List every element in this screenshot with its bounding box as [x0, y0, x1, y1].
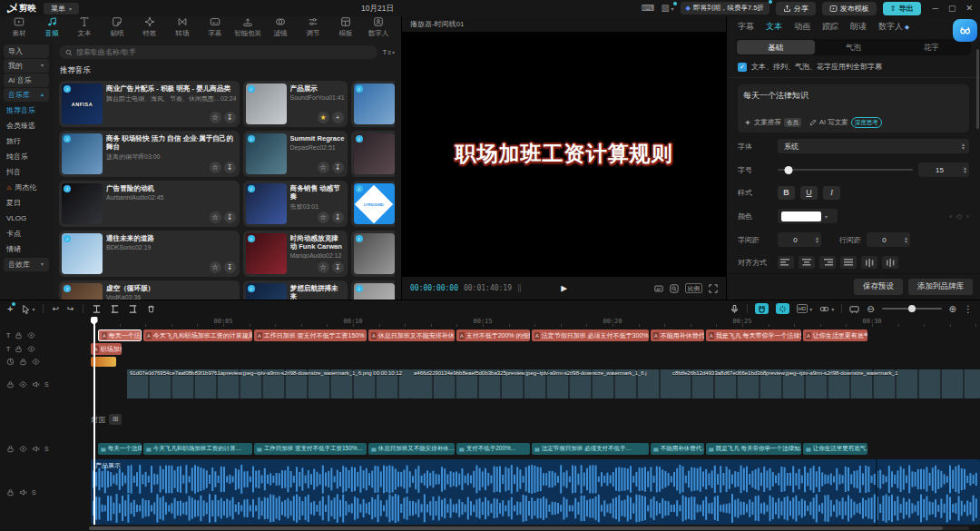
text-clip[interactable]: A我是飞凡 每天带你学一个法律知识 — [706, 329, 801, 341]
text-content-input[interactable]: 每天一个法律知识 文案推荐 会员 AI 写文案 深度思考 — [738, 84, 969, 133]
maximize-button[interactable]: ▢ — [948, 4, 956, 13]
subtab-气泡[interactable]: 气泡 — [815, 40, 893, 54]
music-item[interactable]: ♪企业宣传片明亮轻快 成功励志迷离的钢琴师03:48☆↧ — [351, 81, 395, 127]
inspector-tab-动画[interactable]: 动画 — [794, 21, 810, 33]
download-icon[interactable]: ↧ — [332, 162, 344, 173]
record-voiceover-icon[interactable] — [730, 304, 740, 314]
sidebar-item-情绪[interactable]: 情绪 — [0, 241, 53, 257]
timeline-ruler[interactable]: 00:0500:1000:1500:2000:2500:30 — [89, 317, 980, 328]
favorite-star-icon[interactable]: ★ — [318, 112, 329, 123]
text-clip[interactable]: A每天一个法律 — [98, 329, 142, 341]
lock-icon[interactable] — [15, 345, 23, 353]
media-tab-智能包装[interactable]: 智能包装 — [231, 16, 264, 38]
italic-button[interactable]: I — [823, 186, 840, 200]
sidebar-item-周杰伦[interactable]: ♨周杰伦 — [0, 180, 53, 195]
text-clip[interactable]: A支付不低于200% 的报酬: — [456, 329, 530, 341]
media-tab-调节[interactable]: 调节 — [297, 16, 329, 38]
download-icon[interactable]: ↧ — [224, 261, 236, 273]
sidebar-item-会员臻选[interactable]: 会员臻选 — [0, 118, 53, 133]
menu-button[interactable]: 菜单▾ — [44, 3, 79, 15]
video-clip[interactable]: c8fdfe26b12d4933a8d67e066e1bd3b8preview.… — [670, 369, 980, 398]
eye-icon[interactable] — [19, 380, 27, 388]
sidebar-item-纯音乐[interactable]: 纯音乐 — [0, 149, 53, 164]
inspector-tab-文本[interactable]: 文本 — [766, 21, 782, 33]
letter-spacing-input[interactable]: 0▲▼ — [778, 232, 821, 247]
eye-icon[interactable] — [27, 345, 35, 353]
music-item[interactable]: ♪企业形象科技进取创新 Daily Victories☆↧ — [351, 280, 395, 300]
lock-icon[interactable] — [6, 488, 15, 497]
music-item[interactable]: ♪通往未来的道路BDKSonic02:19☆↧ — [59, 231, 240, 277]
track-link-select[interactable]: ▾ — [819, 304, 834, 314]
solo-badge[interactable]: S — [44, 381, 49, 388]
split-icon[interactable] — [92, 304, 102, 314]
search-box[interactable] — [59, 45, 377, 59]
main-track-magnet-toggle[interactable] — [755, 303, 769, 314]
inspector-tab-数字人[interactable]: 数字人◆ — [878, 21, 909, 33]
music-item[interactable]: ♪Summit RegraceDepasRec02:51☆↧ — [243, 131, 348, 177]
eye-icon[interactable] — [27, 331, 35, 339]
layout-panels-icon[interactable]: ▥ ▾ — [661, 4, 673, 14]
media-tab-模板[interactable]: 模板 — [329, 16, 362, 38]
video-clip[interactable]: a466d2290134e9bb8eaef5d0b3ba325preview.j… — [411, 369, 670, 398]
download-icon[interactable]: ↧ — [224, 211, 236, 223]
sidebar-item-AI 音乐[interactable]: AI 音乐 — [4, 74, 49, 87]
video-clip[interactable]: 91d07e0d76954ce7aaf08b83f1b9761apreview.… — [127, 369, 411, 398]
music-item[interactable]: ♪梦想启航拼搏未来LemonTech02:01☆↧ — [243, 280, 348, 300]
minimize-button[interactable]: ─ — [933, 4, 938, 13]
mute-icon[interactable] — [32, 380, 40, 388]
preview-quality-select[interactable]: HD▾ — [797, 304, 813, 313]
crop-left-icon[interactable] — [110, 304, 120, 314]
media-tab-音频[interactable]: 音频 — [35, 16, 68, 38]
sort-filter-icon[interactable]: T≡▾ — [383, 48, 395, 56]
subtab-花字[interactable]: 花字 — [892, 40, 970, 54]
music-item[interactable]: ANFISA♪商业广告片配乐 - 积极 明亮 - 婴儿商品类舞台爵士电钢、海风、… — [59, 81, 240, 127]
fullscreen-icon[interactable] — [709, 284, 718, 293]
download-icon[interactable]: ↧ — [332, 261, 344, 273]
music-item[interactable]: ♪商务销售 动感节奏虫胶03:01☆↧ — [243, 181, 348, 227]
inspector-tab-字幕[interactable]: 字幕 — [738, 21, 754, 33]
cover-grid-icon[interactable]: ⊞ — [109, 414, 122, 425]
mute-icon[interactable] — [32, 445, 40, 453]
save-preset-button[interactable]: 保存预设 — [854, 279, 903, 295]
narration-clip[interactable]: ▤支付不低于200%… — [456, 443, 530, 455]
download-icon[interactable]: ↧ — [332, 211, 344, 223]
inspector-tab-朗读[interactable]: 朗读 — [850, 21, 867, 33]
lock-icon[interactable] — [15, 331, 23, 339]
favorite-star-icon[interactable]: ☆ — [318, 261, 329, 273]
apply-all-checkbox[interactable]: ✓ — [738, 63, 747, 72]
align-distribute-icon[interactable] — [882, 256, 898, 269]
music-item[interactable]: ♪虚空（循环版）VodKa03:36☆↧ — [59, 280, 240, 300]
align-right-icon[interactable] — [819, 256, 836, 269]
ratio-button[interactable]: 比例 — [685, 283, 702, 293]
narration-clip[interactable]: ▤让你生活里更有底气… — [803, 443, 867, 455]
eye-icon[interactable] — [19, 445, 27, 453]
text-clip[interactable]: A职场加班工… — [91, 343, 122, 355]
sidebar-item-抖音[interactable]: 抖音 — [0, 164, 53, 180]
underline-button[interactable]: U — [800, 186, 818, 200]
copy-recommend-button[interactable]: 文案推荐 会员 — [744, 118, 801, 127]
zoom-in-icon[interactable]: ⊕ — [949, 304, 956, 314]
export-button[interactable]: ⇧导出 — [883, 2, 921, 15]
narration-clip[interactable]: ▤今天飞凡和职场加班工资的计算… — [143, 443, 252, 455]
sidebar-item-导入[interactable]: 导入 — [4, 44, 49, 58]
sidebar-item-推荐音乐[interactable]: 推荐音乐 — [0, 103, 53, 118]
media-tab-转场[interactable]: 转场 — [166, 16, 199, 38]
media-tab-数字人[interactable]: 数字人 — [362, 16, 395, 38]
delete-icon[interactable] — [146, 304, 156, 314]
add-to-track-icon[interactable]: + — [332, 112, 344, 123]
font-size-input[interactable]: 15▲▼ — [918, 162, 969, 177]
sidebar-item-夏日[interactable]: 夏日 — [0, 195, 53, 211]
play-button[interactable]: ▶ — [561, 282, 567, 294]
share-button[interactable]: 分享 — [776, 2, 816, 15]
text-clip[interactable]: A让你生活里更有底气 — [803, 329, 867, 341]
music-item[interactable]: LYRSOUND♪企业鼓舞人心的活泼激励伊利亚·图奏03:06☆↧ — [351, 181, 395, 227]
sidebar-item-音效库[interactable]: 音效库▾ — [4, 258, 49, 271]
favorite-star-icon[interactable]: ☆ — [318, 211, 329, 223]
favorite-star-icon[interactable]: ☆ — [210, 261, 221, 273]
preset-next-icon[interactable]: › — [966, 212, 969, 221]
video-preview[interactable]: 职场加班工资计算规则 — [402, 32, 726, 277]
text-clip[interactable]: A休息日加班又不能安排补休 — [368, 329, 455, 341]
search-input[interactable] — [76, 48, 371, 56]
eye-icon[interactable] — [32, 358, 40, 366]
cover-setting[interactable]: 封面 ⊞ — [91, 414, 122, 425]
